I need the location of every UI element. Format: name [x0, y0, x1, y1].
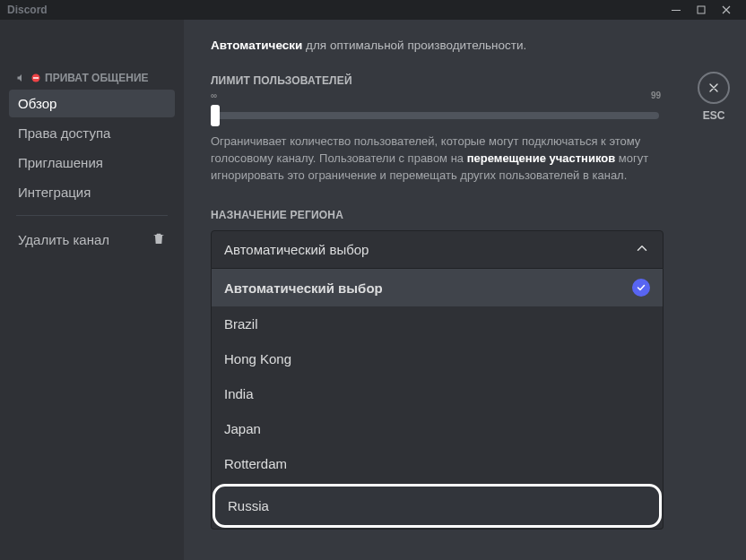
region-option-hongkong[interactable]: Hong Kong [212, 341, 663, 376]
region-option-rotterdam[interactable]: Rotterdam [212, 446, 663, 481]
region-selected-value: Автоматический выбор [224, 242, 369, 257]
window-close-icon[interactable] [714, 0, 739, 20]
window-maximize-icon[interactable] [689, 0, 714, 20]
bitrate-description: Автоматически для оптимальной производит… [211, 38, 659, 55]
region-option-russia[interactable]: Russia [213, 484, 662, 528]
close-icon [698, 72, 730, 104]
region-option-india[interactable]: India [212, 376, 663, 411]
region-select-header[interactable]: Автоматический выбор [211, 230, 664, 269]
no-entry-icon [30, 73, 41, 83]
svg-rect-3 [33, 77, 39, 79]
sidebar-item-invites[interactable]: Приглашения [9, 149, 175, 177]
svg-rect-1 [698, 6, 705, 13]
titlebar: Discord [0, 0, 746, 20]
window-minimize-icon[interactable] [664, 0, 689, 20]
sidebar-item-overview[interactable]: Обзор [9, 90, 175, 117]
sidebar-delete-channel[interactable]: Удалить канал [9, 225, 175, 254]
region-option-brazil[interactable]: Brazil [212, 306, 663, 341]
volume-icon [16, 73, 27, 83]
sidebar-category-label: ПРИВАТ ОБЩЕНИЕ [45, 72, 149, 84]
region-dropdown: Автоматический выбор Brazil Hong Kong In… [211, 269, 664, 530]
slider-min-label: ∞ [211, 90, 217, 100]
slider-max-label: 99 [651, 90, 661, 100]
trash-icon [152, 231, 166, 248]
sidebar-separator [16, 215, 168, 216]
svg-rect-0 [672, 10, 681, 11]
user-limit-label: ЛИМИТ ПОЛЬЗОВАТЕЛЕЙ [211, 74, 710, 87]
app-name: Discord [7, 4, 48, 16]
slider-track [211, 112, 659, 119]
check-icon [632, 279, 650, 297]
esc-label: ESC [703, 109, 725, 122]
region-select: Автоматический выбор Автоматический выбо… [211, 230, 664, 530]
sidebar-item-integrations[interactable]: Интеграция [9, 178, 175, 206]
settings-content: ESC Автоматически для оптимальной произв… [184, 20, 746, 560]
settings-sidebar: ПРИВАТ ОБЩЕНИЕ Обзор Права доступа Пригл… [0, 20, 184, 560]
region-option-auto[interactable]: Автоматический выбор [212, 269, 663, 306]
delete-channel-label: Удалить канал [18, 232, 109, 247]
user-limit-slider[interactable]: ∞ 99 [211, 103, 659, 125]
region-label: НАЗНАЧЕНИЕ РЕГИОНА [211, 209, 710, 221]
sidebar-category: ПРИВАТ ОБЩЕНИЕ [9, 72, 175, 90]
user-limit-help: Ограничивает количество пользователей, к… [211, 134, 659, 185]
region-option-japan[interactable]: Japan [212, 411, 663, 446]
close-settings-button[interactable]: ESC [698, 72, 730, 122]
sidebar-item-permissions[interactable]: Права доступа [9, 119, 175, 147]
slider-thumb[interactable] [211, 105, 220, 126]
chevron-up-icon [634, 240, 650, 259]
